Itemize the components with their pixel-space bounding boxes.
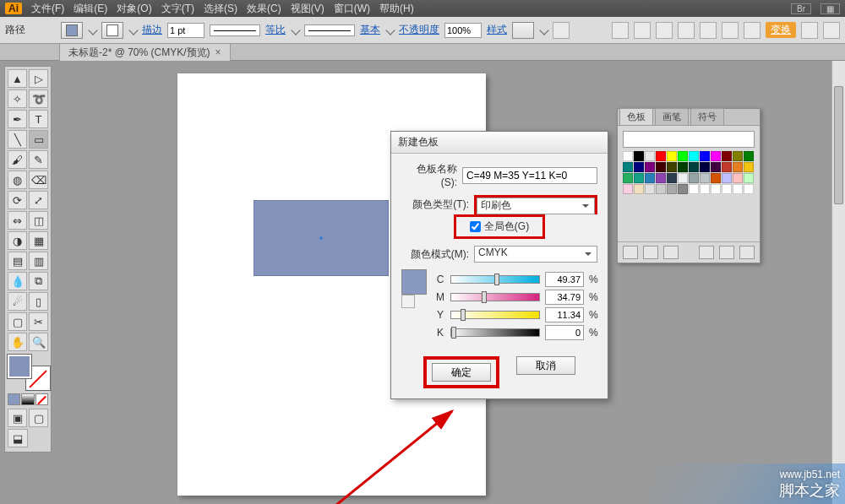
opacity-input[interactable] — [444, 23, 482, 38]
global-color-checkbox[interactable] — [470, 221, 481, 232]
swatch-kind-icon[interactable] — [643, 246, 658, 259]
selection-tool[interactable]: ▲ — [8, 69, 27, 88]
align-6[interactable] — [722, 22, 739, 39]
swatch-cell[interactable] — [711, 151, 721, 161]
cube-icon[interactable] — [401, 295, 415, 308]
stroke-link[interactable]: 描边 — [142, 23, 162, 37]
color-type-select[interactable]: 印刷色 — [477, 198, 595, 214]
rectangle-tool[interactable]: ▭ — [29, 130, 48, 149]
menu-text[interactable]: 文字(T) — [161, 2, 194, 16]
style-link[interactable]: 样式 — [487, 23, 507, 37]
swatch-cell[interactable] — [667, 184, 677, 194]
optbar-ico-1[interactable] — [553, 22, 570, 39]
eraser-tool[interactable]: ⌫ — [29, 171, 48, 189]
panel-tab-swatches[interactable]: 色板 — [619, 108, 653, 125]
lasso-tool[interactable]: ➰ — [29, 89, 48, 108]
y-slider[interactable] — [450, 311, 540, 319]
swatch-cell[interactable] — [678, 151, 688, 161]
close-tab-icon[interactable]: × — [215, 46, 221, 58]
slice-tool[interactable]: ✂ — [29, 312, 48, 331]
align-2[interactable] — [634, 22, 651, 39]
shape-builder-tool[interactable]: ◑ — [8, 231, 27, 250]
swatch-cell[interactable] — [733, 184, 743, 194]
transform-button[interactable]: 变换 — [766, 22, 796, 38]
swatch-cell[interactable] — [722, 184, 732, 194]
swatch-options-icon[interactable] — [663, 246, 679, 259]
line-tool[interactable]: ╲ — [8, 130, 27, 149]
delete-swatch-icon[interactable] — [739, 246, 755, 259]
align-3[interactable] — [656, 22, 673, 39]
magic-wand-tool[interactable]: ✧ — [8, 89, 27, 108]
swatch-lib-icon[interactable] — [623, 246, 638, 259]
fill-dropdown-icon[interactable] — [88, 25, 97, 35]
dash-label[interactable]: 等比 — [265, 23, 286, 37]
free-transform-tool[interactable]: ◫ — [29, 211, 48, 230]
direct-select-tool[interactable]: ▷ — [29, 69, 48, 88]
style-drop-icon[interactable] — [539, 25, 548, 35]
align-5[interactable] — [700, 22, 717, 39]
stroke-profile-preview[interactable] — [304, 24, 355, 36]
selected-rectangle[interactable] — [254, 200, 389, 276]
c-input[interactable] — [545, 272, 584, 287]
swatch-cell[interactable] — [634, 184, 644, 194]
stroke-swatch[interactable] — [101, 22, 123, 39]
perspective-tool[interactable]: ▦ — [29, 231, 48, 250]
blend-tool[interactable]: ⧉ — [29, 272, 48, 290]
swatch-cell[interactable] — [623, 162, 633, 172]
swatch-cell[interactable] — [689, 162, 699, 172]
align-1[interactable] — [612, 22, 629, 39]
swatch-cell[interactable] — [711, 162, 721, 172]
swatch-cell[interactable] — [744, 162, 754, 172]
swatch-cell[interactable] — [689, 151, 699, 161]
swatch-cell[interactable] — [634, 151, 644, 161]
swatch-cell[interactable] — [645, 184, 655, 194]
swatch-cell[interactable] — [678, 162, 688, 172]
swatch-cell[interactable] — [623, 184, 633, 194]
brush-tool[interactable]: 🖌 — [8, 150, 27, 169]
color-mode-select[interactable]: CMYK — [474, 246, 597, 263]
m-slider[interactable] — [450, 293, 540, 301]
profile-drop-icon[interactable] — [385, 25, 395, 35]
cancel-button[interactable]: 取消 — [516, 356, 575, 375]
panel-tab-symbols[interactable]: 符号 — [690, 108, 724, 125]
menu-file[interactable]: 文件(F) — [31, 2, 64, 16]
swatch-cell[interactable] — [656, 173, 666, 183]
swatch-cell[interactable] — [733, 162, 743, 172]
y-input[interactable] — [545, 307, 584, 322]
swatch-name-input[interactable] — [462, 167, 597, 184]
swatch-cell[interactable] — [689, 173, 699, 183]
mesh-tool[interactable]: ▤ — [8, 252, 27, 270]
menu-effect[interactable]: 效果(C) — [247, 2, 281, 16]
swatch-cell[interactable] — [689, 184, 699, 194]
zoom-tool[interactable]: 🔍 — [29, 333, 48, 351]
menu-edit[interactable]: 编辑(E) — [74, 2, 107, 16]
swatch-cell[interactable] — [634, 173, 644, 183]
topbar-extra-1[interactable]: Br — [791, 3, 811, 14]
swatch-cell[interactable] — [645, 173, 655, 183]
swatch-cell[interactable] — [700, 184, 710, 194]
opacity-link[interactable]: 不透明度 — [399, 23, 439, 37]
color-mode-solid[interactable] — [8, 393, 20, 405]
opt-extra-1[interactable] — [801, 22, 818, 39]
eyedropper-tool[interactable]: 💧 — [8, 272, 27, 290]
rotate-tool[interactable]: ⟳ — [8, 191, 27, 209]
color-mode-none[interactable] — [35, 393, 48, 405]
swatch-cell[interactable] — [645, 151, 655, 161]
swatch-cell[interactable] — [733, 151, 743, 161]
align-7[interactable] — [744, 22, 760, 39]
vertical-scrollbar[interactable] — [831, 61, 845, 504]
style-swatch[interactable] — [512, 22, 534, 39]
swatch-cell[interactable] — [667, 151, 677, 161]
graph-tool[interactable]: ▯ — [29, 292, 48, 311]
swatch-cell[interactable] — [722, 173, 732, 183]
blob-tool[interactable]: ◍ — [8, 171, 27, 189]
screen-mode-3[interactable]: ⬓ — [8, 429, 28, 447]
type-tool[interactable]: T — [29, 110, 48, 128]
opt-extra-2[interactable] — [823, 22, 840, 39]
swatch-cell[interactable] — [656, 162, 666, 172]
swatch-cell[interactable] — [634, 162, 644, 172]
swatch-cell[interactable] — [678, 173, 688, 183]
menu-help[interactable]: 帮助(H) — [379, 2, 414, 16]
swatch-cell[interactable] — [623, 151, 633, 161]
swatch-cell[interactable] — [700, 173, 710, 183]
